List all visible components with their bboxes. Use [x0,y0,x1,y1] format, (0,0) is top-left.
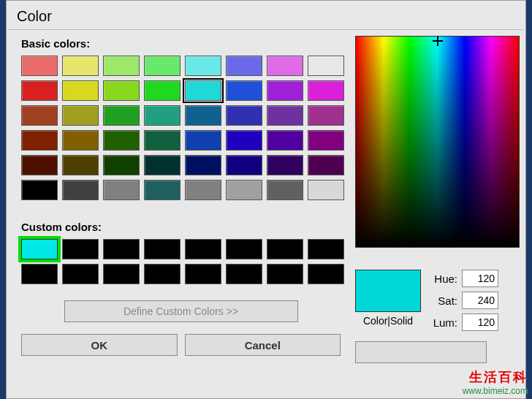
custom-color-swatch[interactable] [308,239,344,259]
color-gradient-picker[interactable] [355,36,520,248]
basic-color-swatch[interactable] [62,105,99,126]
sat-input[interactable] [462,292,498,309]
watermark-url: www.bimeiz.com [463,386,528,396]
hue-row: Hue: [430,270,498,287]
basic-color-swatch[interactable] [185,155,221,175]
custom-color-swatch-selected[interactable] [18,236,61,262]
basic-color-swatch[interactable] [62,180,99,200]
basic-color-swatch[interactable] [21,130,58,151]
basic-color-swatch[interactable] [103,56,140,76]
basic-color-swatch[interactable] [226,130,262,151]
basic-color-swatch[interactable] [62,56,99,76]
custom-color-swatch[interactable] [21,264,58,284]
color-preview[interactable] [355,270,421,312]
preview-row: Color|Solid Hue: Sat: Lum: [355,270,520,331]
basic-color-swatch[interactable] [21,56,58,76]
right-panel: Color|Solid Hue: Sat: Lum: [349,30,525,394]
basic-color-swatch[interactable] [185,56,221,76]
basic-color-swatch[interactable] [21,155,58,175]
custom-color-swatch[interactable] [267,264,303,284]
basic-color-swatch[interactable] [144,80,180,101]
hue-input[interactable] [462,270,498,287]
ok-button[interactable]: OK [21,334,178,356]
basic-color-swatch[interactable] [62,155,99,175]
basic-color-swatch[interactable] [185,180,221,200]
dialog-title: Color [7,1,525,29]
cancel-button[interactable]: Cancel [185,334,341,356]
left-panel: Basic colors: Custom colors: Define Cust… [7,30,349,394]
add-custom-button[interactable] [355,341,487,363]
lum-label: Lum: [430,316,457,329]
custom-color-swatch[interactable] [62,264,99,284]
custom-color-swatch[interactable] [226,264,262,284]
basic-color-swatch[interactable] [308,105,344,126]
preview-column: Color|Solid [355,270,421,327]
basic-color-swatch[interactable] [308,56,344,76]
basic-color-swatch[interactable] [21,80,58,101]
sat-label: Sat: [430,294,457,307]
basic-color-swatch[interactable] [103,130,140,151]
basic-color-swatch[interactable] [103,105,140,126]
custom-color-swatch[interactable] [144,264,180,284]
basic-color-swatch[interactable] [144,180,180,200]
basic-color-swatch[interactable] [62,80,99,101]
lum-row: Lum: [430,314,498,331]
custom-color-swatch[interactable] [226,239,262,259]
custom-color-swatch[interactable] [185,264,221,284]
basic-color-swatch[interactable] [144,155,180,175]
custom-color-swatch[interactable] [308,264,344,284]
custom-color-swatch[interactable] [103,264,140,284]
basic-color-swatch[interactable] [267,56,303,76]
hue-label: Hue: [430,273,457,285]
custom-color-swatch[interactable] [144,239,180,259]
custom-colors-label: Custom colors: [12,213,349,236]
basic-color-swatch[interactable] [226,56,262,76]
dialog-content: Basic colors: Custom colors: Define Cust… [7,30,525,394]
dialog-buttons: OK Cancel [12,330,349,363]
basic-color-swatch[interactable] [144,130,180,151]
sat-row: Sat: [430,292,498,309]
basic-color-swatch[interactable] [308,130,344,151]
custom-color-swatch[interactable] [267,239,303,259]
basic-color-swatch[interactable] [267,130,303,151]
basic-color-swatch[interactable] [185,105,221,126]
basic-color-swatch[interactable] [267,180,303,200]
custom-colors-grid [12,236,349,287]
basic-color-swatch[interactable] [103,80,140,101]
basic-color-swatch[interactable] [226,80,262,101]
custom-color-swatch[interactable] [185,239,221,259]
basic-color-swatch[interactable] [21,105,58,126]
basic-color-swatch[interactable] [103,180,140,200]
custom-color-swatch[interactable] [103,239,140,259]
color-dialog: Color Basic colors: Custom colors: Defin… [6,0,526,399]
basic-colors-grid [12,53,349,203]
basic-color-swatch[interactable] [21,180,58,200]
basic-color-swatch[interactable] [308,80,344,101]
watermark-cn: 生活百科 [463,370,528,386]
custom-color-swatch[interactable] [62,239,99,259]
basic-color-swatch[interactable] [267,80,303,101]
basic-color-swatch[interactable] [62,130,99,151]
hsl-inputs: Hue: Sat: Lum: [430,270,498,331]
basic-color-swatch[interactable] [308,155,344,175]
basic-color-swatch[interactable] [103,155,140,175]
basic-color-swatch[interactable] [144,56,180,76]
basic-color-swatch[interactable] [267,105,303,126]
basic-color-swatch[interactable] [267,155,303,175]
basic-color-swatch[interactable] [308,180,344,200]
define-custom-colors-button[interactable]: Define Custom Colors >> [64,300,298,322]
lum-input[interactable] [462,314,498,331]
basic-color-swatch[interactable] [185,130,221,151]
watermark: 生活百科 www.bimeiz.com [463,370,528,396]
basic-color-swatch[interactable] [226,105,262,126]
basic-color-swatch[interactable] [226,180,262,200]
crosshair-icon [433,36,443,46]
basic-colors-label: Basic colors: [12,30,349,53]
basic-color-swatch[interactable] [226,155,262,175]
color-solid-label: Color|Solid [355,315,421,327]
basic-color-swatch[interactable] [144,105,180,126]
basic-color-swatch[interactable] [185,80,221,101]
